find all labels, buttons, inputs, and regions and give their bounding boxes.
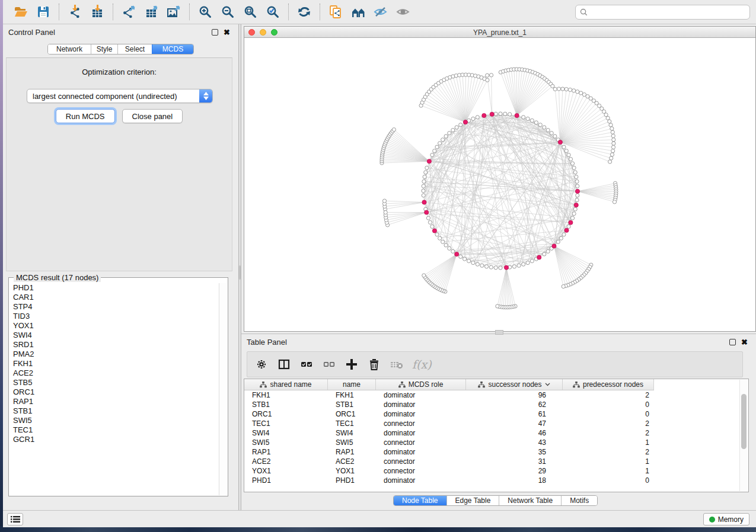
mcds-result-item[interactable]: FKH1 <box>9 359 219 368</box>
mcds-result-item[interactable]: GCR1 <box>9 435 219 444</box>
mcds-result-item[interactable]: STB1 <box>9 406 219 416</box>
table-row[interactable]: YOX1YOX1connector291 <box>244 466 748 476</box>
float-table-panel-icon[interactable] <box>729 339 736 345</box>
columns-button[interactable] <box>277 354 291 374</box>
column-header-predecessor-nodes[interactable]: predecessor nodes <box>563 379 654 390</box>
delete-column-button[interactable] <box>367 354 381 374</box>
network-window-titlebar[interactable]: YPA_prune.txt_1 <box>244 27 755 38</box>
new-network-from-selection-button[interactable] <box>326 2 345 21</box>
mcds-node <box>463 120 467 124</box>
cell-mcds-role: dominator <box>376 448 466 456</box>
tab-node-table[interactable]: Node Table <box>394 496 446 505</box>
memory-button[interactable]: Memory <box>703 513 749 525</box>
mcds-node <box>427 159 431 164</box>
mcds-result-item[interactable]: CAR1 <box>9 293 219 302</box>
cell-name: TEC1 <box>328 419 376 428</box>
zoom-out-button[interactable] <box>218 2 237 21</box>
column-header-name[interactable]: name <box>328 379 376 390</box>
tab-motifs[interactable]: Motifs <box>561 496 597 505</box>
table-row[interactable]: SWI5SWI5connector431 <box>244 438 748 447</box>
cell-shared-name: STB1 <box>244 400 328 409</box>
cell-shared-name: YOX1 <box>244 467 328 475</box>
table-row[interactable]: TEC1TEC1connector472 <box>244 419 748 428</box>
tab-network-table[interactable]: Network Table <box>499 496 561 505</box>
cell-predecessor-nodes: 1 <box>563 438 654 447</box>
export-table-button[interactable] <box>142 2 161 21</box>
save-session-button[interactable] <box>34 2 53 21</box>
export-image-button[interactable] <box>164 2 183 21</box>
optimization-criterion-dropdown[interactable]: largest connected component (undirected) <box>27 89 213 103</box>
table-row[interactable]: STB1STB1dominator620 <box>244 400 748 409</box>
mcds-result-item[interactable]: PHD1 <box>9 283 219 293</box>
show-status-list-button[interactable] <box>7 513 23 525</box>
select-all-button[interactable] <box>299 354 314 374</box>
table-row[interactable]: PHD1PHD1dominator180 <box>244 476 748 485</box>
mcds-result-item[interactable]: SWI4 <box>9 331 219 340</box>
column-header-successor-nodes[interactable]: successor nodes <box>466 379 563 390</box>
tab-network[interactable]: Network <box>48 44 91 54</box>
tab-select[interactable]: Select <box>117 44 152 54</box>
mcds-node <box>482 113 486 117</box>
delete-table-button <box>390 354 404 374</box>
zoom-selected-icon <box>266 5 280 19</box>
export-network-button[interactable] <box>119 2 138 21</box>
hide-selected-button[interactable] <box>371 2 390 21</box>
mcds-result-item[interactable]: STP4 <box>9 302 219 312</box>
mcds-result-item[interactable]: SRD1 <box>9 340 219 350</box>
control-panel: Control Panel ✖ NetworkStyleSelectMCDS O… <box>3 24 238 510</box>
mcds-list-scrollbar[interactable] <box>219 283 227 495</box>
first-neighbors-button[interactable] <box>349 2 368 21</box>
mcds-result-item[interactable]: TEC1 <box>9 425 219 435</box>
cell-predecessor-nodes: 2 <box>563 391 654 399</box>
table-scrollbar[interactable] <box>739 380 748 491</box>
mcds-result-item[interactable]: ORC1 <box>9 387 219 397</box>
zoom-fit-button[interactable] <box>241 2 260 21</box>
function-builder-icon: f(x) <box>412 358 432 371</box>
mcds-result-item[interactable]: PMA2 <box>9 350 219 359</box>
toolbar-separator <box>189 4 190 20</box>
apply-layout-button[interactable] <box>295 2 314 21</box>
cell-mcds-role: connector <box>376 467 466 475</box>
mcds-result-item[interactable]: STB5 <box>9 378 219 387</box>
run-mcds-button[interactable]: Run MCDS <box>56 109 115 123</box>
table-row[interactable]: SWI4SWI4dominator462 <box>244 428 748 438</box>
splitter-handle[interactable] <box>239 265 241 280</box>
import-table-button[interactable] <box>88 2 107 21</box>
network-canvas[interactable] <box>244 38 755 331</box>
add-column-button[interactable] <box>344 354 359 374</box>
cell-name: ORC1 <box>328 410 376 418</box>
show-all-button[interactable] <box>394 2 413 21</box>
close-panel-icon[interactable]: ✖ <box>224 29 230 36</box>
deselect-all-button[interactable] <box>322 354 336 374</box>
tab-mcds[interactable]: MCDS <box>152 44 193 54</box>
zoom-selected-button[interactable] <box>263 2 282 21</box>
search-input[interactable] <box>591 8 745 16</box>
open-session-button[interactable] <box>11 2 30 21</box>
function-builder-button: f(x) <box>412 354 432 374</box>
shared-column-icon <box>260 382 267 388</box>
tab-edge-table[interactable]: Edge Table <box>446 496 499 505</box>
gear-button[interactable] <box>254 354 269 374</box>
close-panel-button[interactable]: Close panel <box>122 109 183 123</box>
table-scrollbar-thumb[interactable] <box>741 394 747 449</box>
cell-mcds-role: dominator <box>376 400 466 409</box>
tab-style[interactable]: Style <box>91 44 117 54</box>
table-row[interactable]: ACE2ACE2connector311 <box>244 457 748 466</box>
float-panel-icon[interactable] <box>212 29 218 36</box>
import-network-button[interactable] <box>65 2 84 21</box>
column-header-MCDS-role[interactable]: MCDS role <box>376 379 466 390</box>
mcds-result-item[interactable]: ACE2 <box>9 368 219 378</box>
table-row[interactable]: RAP1RAP1dominator352 <box>244 447 748 457</box>
export-table-icon <box>144 5 158 19</box>
export-image-icon <box>167 5 181 19</box>
zoom-in-button[interactable] <box>196 2 215 21</box>
mcds-result-item[interactable]: SWI5 <box>9 416 219 425</box>
mcds-result-item[interactable]: RAP1 <box>9 397 219 406</box>
mcds-result-item[interactable]: TID3 <box>9 312 219 321</box>
close-table-panel-icon[interactable]: ✖ <box>741 339 748 345</box>
mcds-result-item[interactable]: YOX1 <box>9 321 219 331</box>
dropdown-stepper-icon <box>199 89 212 103</box>
table-row[interactable]: FKH1FKH1dominator962 <box>244 390 748 400</box>
column-header-shared-name[interactable]: shared name <box>244 379 328 390</box>
table-row[interactable]: ORC1ORC1dominator610 <box>244 409 748 419</box>
